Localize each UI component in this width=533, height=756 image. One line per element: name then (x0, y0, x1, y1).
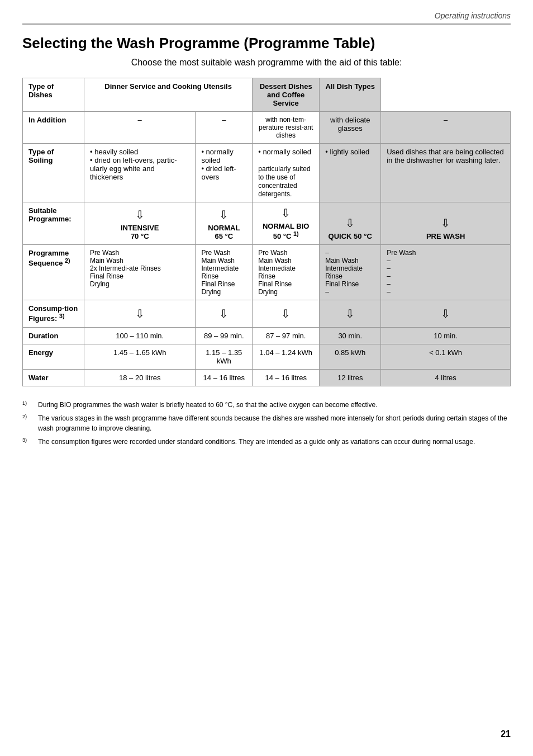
row-water: Water 18 – 20 litres 14 – 16 litres 14 –… (23, 369, 511, 386)
soiling-col2-list: normally soiled dried left-overs (201, 148, 246, 181)
arrow-consumption-5: ⇩ (387, 307, 505, 320)
sequence-col1: Pre WashMain Wash2x Intermedi-ate Rinses… (84, 245, 196, 300)
soiling-col4: lightly soiled (320, 144, 381, 202)
sequence-col5: Pre Wash––––– (381, 245, 511, 300)
soiling-col2: normally soiled dried left-overs (196, 144, 253, 202)
page-title: Selecting the Wash Programme (Programme … (22, 35, 511, 52)
arrow-consumption-4: ⇩ (325, 307, 375, 320)
consumption-col3: ⇩ (253, 300, 320, 327)
programme-intensive: ⇩ INTENSIVE 70 °C (84, 202, 196, 245)
consumption-col5: ⇩ (381, 300, 511, 327)
label-duration: Duration (23, 327, 84, 344)
consumption-col4: ⇩ (320, 300, 381, 327)
label-type-of-soiling: Type of Soiling (23, 144, 84, 202)
row-suitable-programme: Suitable Programme: ⇩ INTENSIVE 70 °C ⇩ … (23, 202, 511, 245)
row-type-of-soiling: Type of Soiling heavily soiled dried on … (23, 144, 511, 202)
footnote-2-num: 2) (22, 413, 38, 433)
soiling-col4-list: lightly soiled (325, 148, 375, 156)
row-duration: Duration 100 – 110 min. 89 – 99 min. 87 … (23, 327, 511, 344)
consumption-col2: ⇩ (196, 300, 253, 327)
label-water: Water (23, 369, 84, 386)
duration-col1: 100 – 110 min. (84, 327, 196, 344)
arrow-consumption-3: ⇩ (258, 307, 313, 320)
programme-quick: ⇩ QUICK 50 °C (320, 202, 381, 245)
footnote-2: 2) The various stages in the wash progra… (22, 413, 511, 433)
sequence-col4: –Main WashIntermediate RinseFinal Rinse– (320, 245, 381, 300)
label-suitable-programme: Suitable Programme: (23, 202, 84, 245)
soiling-col1-item2: dried on left-overs, partic-ularly egg w… (90, 156, 189, 181)
arrow-normal-bio: ⇩ (258, 206, 313, 220)
water-col3: 14 – 16 litres (253, 369, 320, 386)
footnote-3-text: The consumption figures were recorded un… (38, 437, 475, 447)
header-bar: Operating instructions (22, 11, 511, 25)
soiling-col2-item2: dried left-overs (201, 164, 246, 181)
footnote-2-text: The various stages in the wash programme… (38, 413, 511, 433)
label-consumption-figures: Consump-tion Figures: 3) (23, 300, 84, 327)
footnotes-section: 1) During BIO programmes the wash water … (22, 400, 511, 447)
energy-col5: < 0.1 kWh (381, 344, 511, 369)
soiling-col3-sub: particularly suited to the use of concen… (258, 165, 310, 198)
footnote-1-num: 1) (22, 400, 38, 410)
header-title: Operating instructions (435, 11, 511, 20)
row-in-addition: In Addition – – with non-tem-perature re… (23, 112, 511, 144)
duration-col2: 89 – 99 min. (196, 327, 253, 344)
soiling-col4-item1: lightly soiled (325, 148, 375, 156)
in-addition-col2: – (196, 112, 253, 144)
programme-normal-bio: ⇩ NORMAL BIO 50 °C 1) (253, 202, 320, 245)
col-type-of-dishes: Type of Dishes (23, 78, 84, 112)
programme-pre-wash: ⇩ PRE WASH (381, 202, 511, 245)
soiling-col1-item1: heavily soiled (90, 148, 189, 156)
arrow-quick: ⇩ (325, 216, 375, 230)
arrow-consumption-1: ⇩ (90, 307, 189, 320)
label-programme-sequence: Programme Sequence 2) (23, 245, 84, 300)
energy-col4: 0.85 kWh (320, 344, 381, 369)
energy-col3: 1.04 – 1.24 kWh (253, 344, 320, 369)
in-addition-col1: – (84, 112, 196, 144)
footnote-3-num: 3) (22, 437, 38, 447)
water-col5: 4 litres (381, 369, 511, 386)
col-dessert-dishes: Dessert Dishes and Coffee Service (253, 78, 320, 112)
duration-col4: 30 min. (320, 327, 381, 344)
soiling-col1-list: heavily soiled dried on left-overs, part… (90, 148, 189, 181)
in-addition-col4: with delicate glasses (320, 112, 381, 144)
footnote-1-text: During BIO programmes the wash water is … (38, 400, 378, 410)
programme-normal: ⇩ NORMAL 65 °C (196, 202, 253, 245)
consumption-col1: ⇩ (84, 300, 196, 327)
arrow-intensive: ⇩ (90, 208, 189, 221)
subtitle: Choose the most suitable wash programme … (22, 58, 511, 68)
row-energy: Energy 1.45 – 1.65 kWh 1.15 – 1.35 kWh 1… (23, 344, 511, 369)
soiling-col3-item1: normally soiled (258, 148, 313, 156)
soiling-col3-list: normally soiled (258, 148, 313, 156)
page-number: 21 (501, 729, 511, 739)
label-energy: Energy (23, 344, 84, 369)
in-addition-col5: – (381, 112, 511, 144)
page: Operating instructions Selecting the Was… (0, 0, 533, 756)
duration-col3: 87 – 97 min. (253, 327, 320, 344)
in-addition-col3: with non-tem-perature resist-ant dishes (253, 112, 320, 144)
water-col2: 14 – 16 litres (196, 369, 253, 386)
energy-col2: 1.15 – 1.35 kWh (196, 344, 253, 369)
arrow-consumption-2: ⇩ (201, 307, 246, 320)
col-all-dish-types: All Dish Types (320, 78, 381, 112)
sequence-col2: Pre WashMain WashIntermediate RinseFinal… (196, 245, 253, 300)
col-dinner-service: Dinner Service and Cooking Utensils (84, 78, 253, 112)
duration-col5: 10 min. (381, 327, 511, 344)
soiling-col2-item1: normally soiled (201, 148, 246, 164)
footnote-3: 3) The consumption figures were recorded… (22, 437, 511, 447)
footnote-1: 1) During BIO programmes the wash water … (22, 400, 511, 410)
label-in-addition: In Addition (23, 112, 84, 144)
arrow-pre-wash: ⇩ (387, 216, 505, 230)
water-col1: 18 – 20 litres (84, 369, 196, 386)
row-programme-sequence: Programme Sequence 2) Pre WashMain Wash2… (23, 245, 511, 300)
arrow-normal: ⇩ (201, 208, 246, 221)
row-consumption-figures: Consump-tion Figures: 3) ⇩ ⇩ ⇩ ⇩ ⇩ (23, 300, 511, 327)
water-col4: 12 litres (320, 369, 381, 386)
soiling-col3: normally soiled particularly suited to t… (253, 144, 320, 202)
programme-table: Type of Dishes Dinner Service and Cookin… (22, 78, 511, 386)
soiling-col1: heavily soiled dried on left-overs, part… (84, 144, 196, 202)
soiling-col5: Used dishes that are being collected in … (381, 144, 511, 202)
energy-col1: 1.45 – 1.65 kWh (84, 344, 196, 369)
sequence-col3: Pre WashMain WashIntermediate RinseFinal… (253, 245, 320, 300)
